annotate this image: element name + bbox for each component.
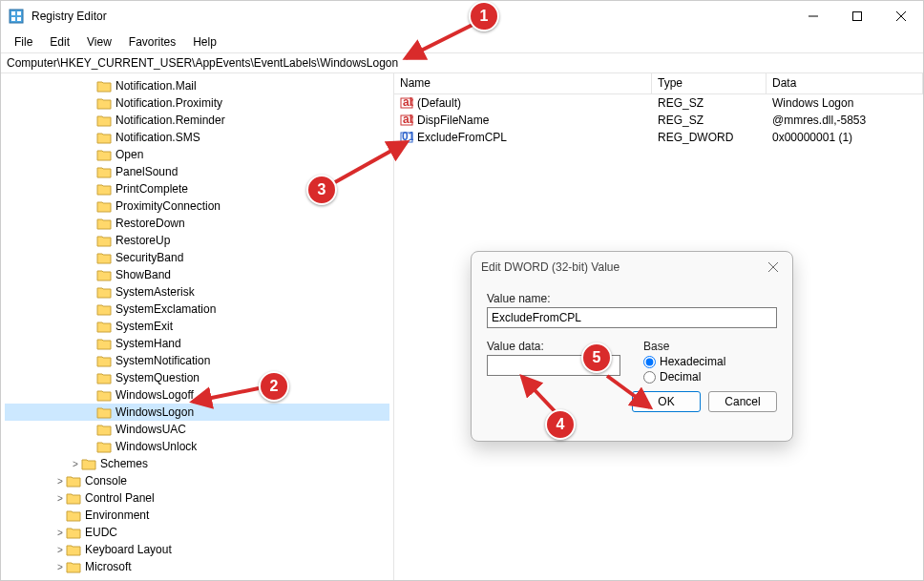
tree-item[interactable]: SystemNotification [5, 352, 389, 369]
tree-item-label: WindowsLogon [116, 405, 194, 419]
tree-item[interactable]: Notification.SMS [5, 129, 389, 146]
tree-item[interactable]: >EUDC [5, 524, 389, 541]
regedit-icon [9, 9, 24, 24]
svg-text:ab: ab [403, 96, 413, 109]
menu-file[interactable]: File [7, 33, 40, 51]
annotation-badge-1: 1 [469, 1, 499, 31]
title-bar: Registry Editor [1, 1, 923, 31]
cancel-button[interactable]: Cancel [708, 391, 777, 412]
tree-item[interactable]: RestoreUp [5, 232, 389, 249]
close-button[interactable] [879, 1, 923, 31]
tree-item-label: SystemQuestion [116, 371, 200, 384]
svg-text:011: 011 [402, 131, 413, 143]
menu-edit[interactable]: Edit [42, 33, 77, 51]
annotation-badge-4: 4 [545, 409, 576, 440]
value-name: (Default) [417, 96, 461, 110]
tree-item-label: ProximityConnection [116, 199, 220, 213]
tree-item-label: Keyboard Layout [85, 543, 172, 556]
value-name: DispFileName [417, 114, 489, 127]
value-type: REG_SZ [658, 114, 704, 127]
tree-item[interactable]: WindowsLogon [5, 404, 389, 421]
tree-item[interactable]: Environment [5, 507, 389, 524]
tree-item-label: WindowsLogoff [116, 388, 194, 402]
tree-item-label: Microsoft [85, 560, 132, 573]
tree-item-label: WindowsUnlock [116, 440, 197, 453]
column-type[interactable]: Type [652, 73, 766, 93]
dec-radio[interactable] [643, 371, 656, 384]
tree-item[interactable]: WindowsLogoff [5, 386, 389, 404]
annotation-badge-5: 5 [581, 342, 612, 373]
tree-item-label: ShowBand [116, 268, 171, 281]
tree-item[interactable]: SystemAsterisk [5, 283, 389, 301]
tree-pane[interactable]: Notification.MailNotification.ProximityN… [1, 73, 394, 581]
tree-item[interactable]: WindowsUAC [5, 421, 389, 438]
value-row[interactable]: 011ExcludeFromCPLREG_DWORD0x00000001 (1) [394, 129, 923, 146]
menu-bar: File Edit View Favorites Help [1, 31, 923, 52]
annotation-badge-3: 3 [306, 175, 337, 205]
value-name-input[interactable] [487, 307, 777, 328]
tree-item-label: SystemNotification [116, 354, 210, 367]
menu-favorites[interactable]: Favorites [121, 33, 183, 51]
value-name-label: Value name: [487, 292, 777, 305]
tree-item-label: SystemAsterisk [116, 285, 195, 299]
tree-item-label: SystemHand [116, 337, 181, 350]
tree-item[interactable]: >Microsoft [5, 558, 389, 575]
value-header: Name Type Data [394, 73, 923, 94]
maximize-button[interactable] [835, 1, 879, 31]
menu-help[interactable]: Help [185, 33, 224, 51]
dialog-close-button[interactable] [764, 258, 783, 277]
tree-item-label: Control Panel [85, 491, 155, 505]
tree-item[interactable]: Open [5, 146, 389, 163]
ok-button[interactable]: OK [632, 391, 701, 412]
value-name: ExcludeFromCPL [417, 131, 507, 144]
svg-rect-3 [11, 17, 15, 21]
address-text: Computer\HKEY_CURRENT_USER\AppEvents\Eve… [7, 56, 398, 70]
dialog-title: Edit DWORD (32-bit) Value [481, 260, 620, 274]
value-data: @mmres.dll,-5853 [772, 114, 866, 127]
tree-item[interactable]: Notification.Mail [5, 77, 389, 94]
tree-item[interactable]: ShowBand [5, 266, 389, 283]
tree-item-label: WindowsUAC [116, 423, 186, 436]
tree-item-label: SecurityBand [116, 251, 183, 264]
value-type: REG_SZ [658, 96, 704, 110]
window-title: Registry Editor [32, 10, 791, 23]
tree-item-label: RestoreDown [116, 217, 185, 230]
value-row[interactable]: ab(Default)REG_SZWindows Logon [394, 94, 923, 112]
hex-radio[interactable] [643, 356, 656, 368]
tree-item-label: Environment [85, 508, 149, 522]
tree-item-label: PanelSound [116, 165, 178, 178]
tree-item[interactable]: >Console [5, 472, 389, 489]
tree-item[interactable]: RestoreDown [5, 215, 389, 232]
address-bar[interactable]: Computer\HKEY_CURRENT_USER\AppEvents\Eve… [1, 52, 923, 73]
tree-item-label: PrintComplete [116, 182, 188, 196]
tree-item-label: Notification.Reminder [116, 114, 225, 127]
tree-item-label: Schemes [100, 457, 148, 470]
tree-item[interactable]: >Control Panel [5, 489, 389, 507]
dialog-title-bar[interactable]: Edit DWORD (32-bit) Value [472, 252, 792, 282]
tree-item[interactable]: SystemHand [5, 335, 389, 352]
tree-item[interactable]: >Network [5, 575, 389, 578]
tree-item-label: SystemExit [116, 320, 173, 333]
annotation-badge-2: 2 [259, 371, 289, 402]
tree-item-label: EUDC [85, 526, 117, 539]
minimize-button[interactable] [791, 1, 835, 31]
tree-item[interactable]: SystemExit [5, 318, 389, 335]
tree-item[interactable]: Notification.Proximity [5, 94, 389, 112]
tree-item[interactable]: >Schemes [5, 455, 389, 472]
column-data[interactable]: Data [766, 73, 923, 93]
tree-item[interactable]: SystemExclamation [5, 301, 389, 318]
window-controls [791, 1, 923, 31]
menu-view[interactable]: View [79, 33, 119, 51]
column-name[interactable]: Name [394, 73, 652, 93]
tree-item-label: Notification.Proximity [116, 96, 222, 110]
tree-item-label: RestoreUp [116, 234, 170, 247]
tree-item[interactable]: SecurityBand [5, 249, 389, 266]
tree-item[interactable]: Notification.Reminder [5, 112, 389, 129]
base-label: Base [643, 340, 777, 353]
svg-rect-2 [17, 11, 21, 15]
tree-item[interactable]: WindowsUnlock [5, 438, 389, 455]
value-row[interactable]: abDispFileNameREG_SZ@mmres.dll,-5853 [394, 112, 923, 129]
dec-label: Decimal [660, 370, 701, 384]
tree-item[interactable]: >Keyboard Layout [5, 541, 389, 558]
tree-item[interactable]: SystemQuestion [5, 369, 389, 386]
